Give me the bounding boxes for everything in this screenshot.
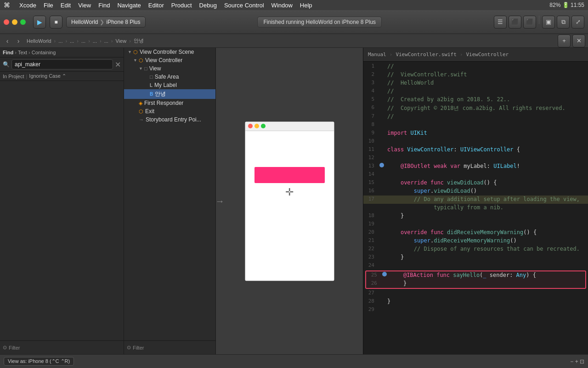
- scheme-selector[interactable]: HelloWorld ❯ iPhone 8 Plus: [66, 17, 146, 28]
- code-line-17: 17 // Do any additional setup after load…: [363, 196, 588, 204]
- nav-spacer: [124, 124, 215, 340]
- tree-item-view-controller-scene[interactable]: ▼ ⬡ View Controller Scene: [124, 48, 215, 56]
- menu-file[interactable]: File: [44, 2, 53, 9]
- close-editor-button[interactable]: ✕: [572, 34, 585, 47]
- code-line-16: 16 super.viewDidLoad(): [363, 187, 588, 196]
- menu-navigate[interactable]: Navigate: [117, 2, 141, 9]
- breadcrumb-4[interactable]: ...: [79, 37, 87, 45]
- tree-item-korean-button[interactable]: B 안녕: [124, 89, 215, 99]
- search-input[interactable]: [11, 59, 113, 69]
- tree-item-my-label[interactable]: L My Label: [124, 81, 215, 89]
- breadcrumb-bar: HelloWorld › ... › ... › ... › ... › ...…: [25, 36, 556, 45]
- scope-separator: |: [26, 74, 27, 79]
- minimize-button[interactable]: [12, 19, 17, 25]
- label-icon: L: [150, 83, 153, 88]
- code-line-2: 2 // ViewController.swift: [363, 71, 588, 79]
- forward-button[interactable]: ›: [14, 36, 23, 46]
- korean-button-label: 안녕: [155, 90, 166, 98]
- breadcrumb-view[interactable]: View: [113, 37, 128, 45]
- back-button[interactable]: ‹: [3, 36, 12, 46]
- zoom-controls[interactable]: − + ⊡: [570, 358, 584, 365]
- toolbar: ▶ ■ HelloWorld ❯ iPhone 8 Plus Finished …: [0, 10, 588, 34]
- tree-item-first-responder[interactable]: ◈ First Responder: [124, 99, 215, 107]
- code-line-22: 22 // Dispose of any resources that can …: [363, 245, 588, 253]
- device-name: iPhone 8 Plus: [106, 19, 140, 25]
- run-button[interactable]: ▶: [33, 16, 46, 29]
- code-line-8: 8: [363, 121, 588, 129]
- scene-label: View Controller Scene: [140, 49, 194, 55]
- find-containing-item[interactable]: Containing: [32, 50, 56, 55]
- tree-item-view-controller[interactable]: ▼ ⬡ View Controller: [124, 56, 215, 64]
- nav-filter-bar: ⊙ Filter: [124, 340, 215, 354]
- status-bar: Finished running HelloWorld on iPhone 8 …: [149, 17, 490, 28]
- code-line-10: 10: [363, 138, 588, 146]
- menu-help[interactable]: Help: [300, 2, 312, 9]
- breadcrumb-5[interactable]: ...: [91, 37, 99, 45]
- code-breadcrumb: Manual › ViewController.swift › ViewCont…: [366, 51, 585, 58]
- tree-item-safe-area[interactable]: □ Safe Area: [124, 73, 215, 81]
- code-editor[interactable]: 1 // 2 // ViewController.swift 3 // Hell…: [363, 62, 588, 354]
- search-icon: 🔍: [3, 61, 10, 68]
- version-editor-button[interactable]: ⤢: [571, 16, 584, 29]
- code-line-9: 9 import UIKit: [363, 129, 588, 138]
- find-text-item[interactable]: Text: [18, 50, 27, 55]
- say-hello-button[interactable]: [254, 167, 325, 183]
- maximize-button[interactable]: [20, 19, 26, 25]
- code-line-28: 28 }: [363, 298, 588, 306]
- navigator-toggle-button[interactable]: ☰: [494, 16, 507, 29]
- code-line-11: 11 class ViewController: UIViewControlle…: [363, 146, 588, 154]
- expand-arrow: ▼: [139, 66, 144, 71]
- storyboard-entry-label: Storyboard Entry Poi...: [146, 116, 201, 123]
- iboutlet-dot: [379, 163, 384, 167]
- vc-icon: ⬡: [139, 58, 143, 63]
- code-line-25: 25 @IBAction func sayHello(_ sender: Any…: [366, 271, 585, 280]
- tree-item-view[interactable]: ▼ □ View: [124, 64, 215, 73]
- menu-find[interactable]: Find: [98, 2, 110, 9]
- menu-xcode[interactable]: Xcode: [19, 2, 36, 9]
- menu-debug[interactable]: Debug: [199, 2, 217, 9]
- frame-close: [248, 124, 253, 128]
- menu-product[interactable]: Product: [171, 2, 192, 9]
- assistant-editor-button[interactable]: ⧉: [557, 16, 570, 29]
- code-breadcrumb-manual[interactable]: Manual: [366, 51, 388, 58]
- stop-button[interactable]: ■: [50, 16, 62, 29]
- code-breadcrumb-vc[interactable]: ViewController: [464, 51, 510, 58]
- iphone-content: ✛: [245, 131, 334, 281]
- breadcrumb-3[interactable]: ...: [68, 37, 76, 45]
- ignoring-case-label[interactable]: Ignoring Case ⌃: [29, 73, 66, 79]
- breadcrumb-helloworld[interactable]: HelloWorld: [25, 37, 53, 45]
- menu-source-control[interactable]: Source Control: [224, 2, 264, 9]
- ibaction-dot: [382, 272, 387, 276]
- main-layout: Find › Text › Containing 🔍 ✕ In Project …: [0, 48, 588, 354]
- breadcrumb-2[interactable]: ...: [57, 37, 64, 45]
- view-as-shortcut: (⌃C ⌃R): [50, 358, 70, 364]
- code-line-6: 6 // Copyright © 2018년 com.a2big. All ri…: [363, 104, 588, 113]
- debug-area-button[interactable]: ⬛: [509, 16, 521, 29]
- code-line-3: 3 // HelloWorld: [363, 79, 588, 87]
- menu-editor[interactable]: Editor: [148, 2, 164, 9]
- menu-edit[interactable]: Edit: [61, 2, 71, 9]
- view-as-button[interactable]: View as: iPhone 8 (⌃C ⌃R): [4, 357, 74, 366]
- tree-item-exit[interactable]: ⬡ Exit: [124, 107, 215, 115]
- bottom-bar: View as: iPhone 8 (⌃C ⌃R) − + ⊡: [0, 354, 588, 368]
- apple-menu[interactable]: ⌘: [4, 1, 10, 9]
- close-button[interactable]: [4, 19, 9, 25]
- find-results: [0, 81, 124, 340]
- find-filter-bar: ⊙ Filter: [0, 340, 124, 354]
- code-breadcrumb-file[interactable]: ViewController.swift: [394, 51, 458, 58]
- breadcrumb-korean[interactable]: 안녕: [132, 36, 146, 45]
- breadcrumb-6[interactable]: ...: [102, 37, 110, 45]
- scheme-name: HelloWorld: [71, 19, 98, 25]
- standard-editor-button[interactable]: ▣: [542, 16, 555, 29]
- menu-window[interactable]: Window: [271, 2, 293, 9]
- view-icon: □: [144, 66, 147, 71]
- tree-item-storyboard-entry[interactable]: → Storyboard Entry Poi...: [124, 115, 215, 124]
- code-line-26: 26 }: [366, 280, 585, 288]
- code-line-21: 21 super.didReceiveMemoryWarning(): [363, 237, 588, 245]
- add-editor-button[interactable]: +: [558, 34, 571, 47]
- inspector-toggle-button[interactable]: ⬛: [523, 16, 536, 29]
- clear-search-button[interactable]: ✕: [115, 60, 121, 69]
- menu-view[interactable]: View: [78, 2, 91, 9]
- code-line-7: 7 //: [363, 113, 588, 121]
- code-line-1: 1 //: [363, 63, 588, 71]
